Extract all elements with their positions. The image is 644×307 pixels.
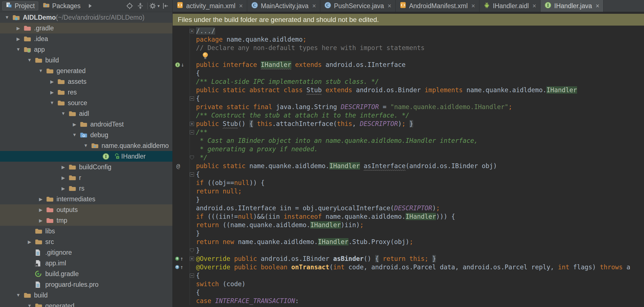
code-line-8[interactable]: public static abstract class Stub extend… — [173, 86, 644, 94]
code-line-20[interactable]: return null; — [173, 187, 644, 195]
tree-item-res[interactable]: ▶res — [0, 87, 172, 98]
tree-item-assets[interactable]: ▶assets — [0, 76, 172, 87]
fold-marker-end[interactable] — [190, 246, 196, 254]
tree-item-build-gradle[interactable]: build.gradle — [0, 268, 172, 279]
chevron-collapsed-icon[interactable]: ▶ — [24, 239, 35, 245]
code-line-22[interactable]: android.os.IInterface iin = obj.queryLoc… — [173, 204, 644, 212]
code-line-17[interactable]: @public static name.quanke.aidldemo.IHan… — [173, 162, 644, 170]
tree-item-rs[interactable]: ▶rs — [0, 183, 172, 194]
close-tab-icon[interactable]: × — [471, 2, 475, 10]
code-line-29[interactable]: ↑@Override public boolean onTransact(int… — [173, 263, 644, 271]
editor-tab-androidmanifest-xml[interactable]: AndroidManifest.xml× — [396, 0, 479, 12]
close-tab-icon[interactable]: × — [388, 2, 391, 10]
tree-item-app[interactable]: ▼app — [0, 44, 172, 55]
close-tab-icon[interactable]: × — [532, 2, 536, 10]
fold-marker-minus[interactable]: − — [190, 170, 196, 179]
intention-bulb-icon[interactable] — [202, 52, 209, 61]
tree-item-gradle[interactable]: ▶.gradle — [0, 23, 172, 33]
code-line-3[interactable]: // Declare any non-default types here wi… — [173, 44, 644, 52]
tree-item-aidldemo[interactable]: ▼AIDLDemo (~/Dev/android/src/AIDLDemo) — [0, 12, 172, 23]
chevron-expanded-icon[interactable]: ▼ — [24, 303, 35, 307]
locate-icon[interactable] — [125, 1, 134, 11]
view-tab-project[interactable]: Project — [2, 1, 38, 10]
fold-marker-plus[interactable]: + — [190, 27, 196, 35]
code-line-12[interactable]: +public Stub() { this.attachInterface(th… — [173, 119, 644, 128]
chevron-collapsed-icon[interactable]: ▶ — [35, 218, 46, 223]
tree-item-buildconfig[interactable]: ▶buildConfig — [0, 162, 172, 172]
hide-panel-icon[interactable] — [161, 1, 170, 11]
code-line-27[interactable]: } — [173, 246, 644, 254]
fold-marker-plus[interactable]: + — [190, 119, 196, 128]
code-line-18[interactable]: −{ — [173, 170, 644, 179]
tree-item-app-iml[interactable]: app.iml — [0, 258, 172, 268]
expand-chevron-icon[interactable] — [85, 1, 95, 11]
fold-marker-plus[interactable]: + — [190, 254, 196, 263]
tree-item-source[interactable]: ▼source — [0, 98, 172, 108]
code-line-30[interactable]: −{ — [173, 271, 644, 280]
chevron-expanded-icon[interactable]: ▼ — [80, 143, 91, 148]
fold-marker-minus[interactable]: − — [190, 128, 196, 136]
implementations-gutter-icon[interactable]: I↓ — [173, 60, 190, 69]
code-line-32[interactable]: { — [173, 288, 644, 297]
tree-item-build[interactable]: ▼build — [0, 290, 172, 301]
code-line-7[interactable]: /** Local-side IPC implementation stub c… — [173, 77, 644, 86]
chevron-expanded-icon[interactable]: ▼ — [47, 100, 57, 105]
fold-marker-end[interactable] — [190, 153, 196, 162]
tree-item-build[interactable]: ▼build — [0, 55, 172, 66]
tree-item-proguard-rules-pro[interactable]: proguard-rules.pro — [0, 279, 172, 290]
chevron-collapsed-icon[interactable]: ▶ — [13, 26, 24, 31]
code-line-28[interactable]: ↑+@Override public android.os.IBinder as… — [173, 254, 644, 263]
chevron-expanded-icon[interactable]: ▼ — [69, 132, 80, 137]
tree-item-outputs[interactable]: ▶outputs — [0, 204, 172, 215]
view-tab-packages[interactable]: Packages — [39, 1, 84, 10]
chevron-expanded-icon[interactable]: ▼ — [13, 293, 24, 298]
editor-tab-ihandler-java[interactable]: IIHandler.java× — [541, 0, 604, 12]
fold-marker-minus[interactable]: − — [190, 271, 196, 280]
code-line-10[interactable]: private static final java.lang.String DE… — [173, 103, 644, 111]
editor-tab-pushservice-java[interactable]: CPushService.java× — [320, 0, 396, 12]
chevron-expanded-icon[interactable]: ▼ — [24, 58, 35, 63]
tree-item-gitignore[interactable]: .gitignore — [0, 247, 172, 258]
chevron-collapsed-icon[interactable]: ▶ — [35, 197, 46, 202]
code-line-1[interactable]: +/.../ — [173, 27, 644, 35]
code-line-21[interactable]: } — [173, 195, 644, 204]
code-line-19[interactable]: if ((obj==null)) { — [173, 179, 644, 187]
chevron-expanded-icon[interactable]: ▼ — [35, 68, 46, 73]
code-line-26[interactable]: return new name.quanke.aidldemo.IHandler… — [173, 238, 644, 246]
editor-tab-ihandler-aidl[interactable]: IHandler.aidl× — [479, 0, 541, 12]
editor-tab-activity-main-xml[interactable]: activity_main.xml× — [173, 0, 247, 12]
code-editor[interactable]: +/.../package name.quanke.aidldemo;// De… — [173, 26, 644, 307]
fold-marker-minus[interactable]: − — [190, 94, 196, 103]
tree-item-tmp[interactable]: ▶tmp — [0, 215, 172, 226]
code-line-11[interactable]: /** Construct the stub at attach it to t… — [173, 111, 644, 119]
chevron-expanded-icon[interactable]: ▼ — [2, 15, 12, 20]
tree-item-ihandler[interactable]: IIHandler — [0, 151, 172, 162]
chevron-collapsed-icon[interactable]: ▶ — [58, 164, 69, 170]
tree-item-idea[interactable]: ▶.idea — [0, 33, 172, 44]
code-line-14[interactable]: * Cast an IBinder object into an name.qu… — [173, 136, 644, 145]
code-line-23[interactable]: if (((iin!=null)&&(iin instanceof name.q… — [173, 212, 644, 221]
collapse-all-icon[interactable] — [136, 1, 145, 11]
code-line-16[interactable]: */ — [173, 153, 644, 162]
overridden-method-gutter-icon[interactable]: ↑ — [173, 263, 190, 271]
editor-tab-mainactivity-java[interactable]: CMainActivity.java× — [247, 0, 320, 12]
chevron-collapsed-icon[interactable]: ▶ — [47, 90, 57, 95]
code-line-9[interactable]: −{ — [173, 94, 644, 103]
code-line-31[interactable]: switch (code) — [173, 280, 644, 288]
tree-item-intermediates[interactable]: ▶intermediates — [0, 194, 172, 204]
tree-item-src[interactable]: ▶src — [0, 236, 172, 247]
code-line-13[interactable]: −/** — [173, 128, 644, 136]
code-line-6[interactable]: { — [173, 69, 644, 77]
tree-item-aidl[interactable]: ▼aidl — [0, 108, 172, 119]
overriding-method-gutter-icon[interactable]: ↑ — [173, 254, 190, 263]
tree-item-name-quanke-aidldemo[interactable]: ▼name.quanke.aidldemo — [0, 140, 172, 151]
code-line-15[interactable]: * generating a proxy if needed. — [173, 145, 644, 153]
chevron-collapsed-icon[interactable]: ▶ — [47, 79, 57, 84]
chevron-collapsed-icon[interactable]: ▶ — [58, 175, 69, 180]
code-line-2[interactable]: package name.quanke.aidldemo; — [173, 35, 644, 44]
code-line-24[interactable]: return ((name.quanke.aidldemo.IHandler)i… — [173, 221, 644, 229]
close-tab-icon[interactable]: × — [239, 2, 243, 10]
tree-item-debug[interactable]: ▼debug — [0, 130, 172, 140]
tree-item-r[interactable]: ▶r — [0, 172, 172, 183]
close-tab-icon[interactable]: × — [312, 2, 316, 10]
